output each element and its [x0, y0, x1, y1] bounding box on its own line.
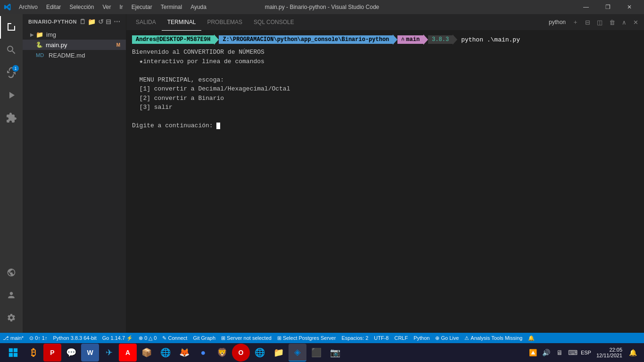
activity-source-control[interactable]: 1 — [0, 61, 23, 84]
prompt-user: Andres@DESKTOP-M587E9H — [132, 35, 214, 44]
activity-remote[interactable] — [0, 261, 23, 284]
status-sync[interactable]: ⊙ 0↑ 1↑ — [26, 333, 50, 343]
terminal-close-icon[interactable]: ✕ — [631, 18, 640, 27]
taskbar-clock[interactable]: 22:05 12/11/2021 — [594, 347, 625, 358]
activity-bar-bottom — [0, 261, 23, 333]
notification-tray-icon[interactable]: 🔔 — [627, 347, 638, 358]
terminal-add-icon[interactable]: ＋ — [570, 17, 580, 27]
tree-item-img[interactable]: ▶ 📁 img — [23, 29, 126, 40]
menu-ayuda[interactable]: Ayuda — [187, 3, 210, 11]
taskbar-telegram[interactable]: ✈ — [100, 344, 118, 362]
terminal-prompt-line: Andres@DESKTOP-M587E9H Z:\PROGRAMACION\p… — [132, 34, 638, 45]
taskbar-discord[interactable]: 💬 — [62, 344, 80, 362]
activity-extensions[interactable] — [0, 107, 23, 129]
analysis-warning-icon: ⚠ — [464, 335, 469, 341]
status-notification[interactable]: 🔔 — [525, 333, 537, 343]
taskbar: ₿ P 💬 W ✈ A 📦 🌐 🦊 ● 🦁 O 🌐 📁 ◈ ⬛ 📷 🔼 🔊 🖥 … — [0, 343, 644, 362]
status-language[interactable]: Python — [411, 333, 432, 343]
python-file-icon: 🐍 — [36, 41, 43, 48]
git-branch-icon: ⑃ — [401, 37, 405, 42]
status-eol[interactable]: CRLF — [391, 333, 411, 343]
tab-salida[interactable]: SALIDA — [130, 14, 162, 31]
terminal-content[interactable]: Andres@DESKTOP-M587E9H Z:\PROGRAMACION\p… — [126, 31, 644, 333]
prompt-branch: ⑃ main — [397, 35, 423, 44]
terminal-expand-icon[interactable]: ∧ — [620, 18, 628, 27]
tree-item-main-py[interactable]: 🐍 main.py M — [23, 40, 126, 50]
tab-sql-console[interactable]: SQL CONSOLE — [248, 14, 300, 31]
status-postgres[interactable]: ⊞ Select Postgres Server — [274, 333, 339, 343]
menu-terminal[interactable]: Terminal — [157, 3, 186, 11]
menu-ver[interactable]: Ver — [99, 3, 115, 11]
refresh-icon[interactable]: ↺ — [98, 18, 104, 25]
taskbar-vscode[interactable]: ◈ — [289, 344, 306, 362]
close-button[interactable]: ✕ — [619, 0, 640, 14]
status-go[interactable]: Go 1.14.7 ⚡ — [99, 333, 136, 343]
status-connect-label: ✎ Connect — [162, 335, 187, 341]
taskbar-app-p[interactable]: P — [43, 344, 61, 362]
status-errors[interactable]: ⊗ 0 △ 0 — [136, 333, 159, 343]
terminal-layout-icon[interactable]: ◫ — [595, 18, 604, 27]
status-spaces[interactable]: Espacios: 2 — [339, 333, 371, 343]
error-icon: ⊗ — [139, 335, 143, 341]
tray-keyboard[interactable]: ⌨ — [567, 347, 578, 358]
tray-language[interactable]: ESP — [580, 347, 592, 358]
prompt-command: python .\main.py — [461, 36, 520, 43]
maximize-button[interactable]: ❐ — [597, 0, 619, 14]
status-python[interactable]: Python 3.8.3 64-bit — [50, 333, 99, 343]
tab-problemas[interactable]: PROBLEMAS — [201, 14, 248, 31]
collapse-icon[interactable]: ⊟ — [106, 18, 112, 25]
terminal-cursor — [216, 123, 220, 129]
tab-terminal[interactable]: TERMINAL — [162, 14, 202, 31]
taskbar-app-pkg[interactable]: 📦 — [138, 344, 156, 362]
status-postgres-label: Select Postgres Server — [283, 335, 336, 341]
terminal-trash-icon[interactable]: 🗑 — [607, 18, 617, 27]
start-button[interactable] — [2, 343, 25, 362]
status-server-label: Server not selected — [227, 335, 272, 341]
menu-ir[interactable]: Ir — [116, 3, 126, 11]
tree-item-img-label: img — [46, 31, 56, 38]
taskbar-brave[interactable]: 🦁 — [213, 344, 231, 362]
activity-settings[interactable] — [0, 306, 23, 329]
status-server[interactable]: ⊞ Server not selected — [218, 333, 274, 343]
clock-date: 12/11/2021 — [596, 353, 622, 358]
terminal-split-icon[interactable]: ⊟ — [583, 18, 592, 27]
status-bar: ⎇ main* ⊙ 0↑ 1↑ Python 3.8.3 64-bit Go 1… — [0, 333, 644, 343]
taskbar-files[interactable]: 📁 — [270, 344, 288, 362]
menu-ejecutar[interactable]: Ejecutar — [128, 3, 156, 11]
taskbar-adobe[interactable]: A — [119, 344, 137, 362]
more-actions-icon[interactable]: ⋯ — [114, 18, 121, 25]
taskbar-word[interactable]: W — [81, 344, 99, 362]
activity-search[interactable] — [0, 39, 23, 61]
status-branch[interactable]: ⎇ main* — [0, 333, 26, 343]
activity-run[interactable] — [0, 84, 23, 107]
status-git-graph[interactable]: Git Graph — [190, 333, 218, 343]
menu-editar[interactable]: Editar — [42, 3, 65, 11]
terminal-output: Bienvenido al CONVERTIDOR de NÚMEROS ★in… — [132, 48, 638, 131]
activity-account[interactable] — [0, 284, 23, 306]
taskbar-opera[interactable]: O — [232, 344, 250, 362]
taskbar-camera[interactable]: 📷 — [326, 344, 344, 362]
status-errors-label: 0 — [144, 335, 147, 341]
tray-volume[interactable]: 🔊 — [541, 347, 552, 358]
new-file-icon[interactable]: 🗒 — [79, 18, 86, 25]
taskbar-bitcoin[interactable]: ₿ — [25, 344, 42, 362]
menu-archivo[interactable]: Archivo — [15, 3, 41, 11]
minimize-button[interactable]: — — [575, 0, 597, 14]
tray-expand[interactable]: 🔼 — [528, 347, 539, 358]
taskbar-firefox[interactable]: 🦊 — [175, 344, 193, 362]
new-folder-icon[interactable]: 📁 — [88, 18, 96, 25]
taskbar-terminal[interactable]: ⬛ — [307, 344, 325, 362]
activity-explorer[interactable] — [0, 16, 23, 39]
taskbar-chrome[interactable]: ● — [194, 344, 212, 362]
status-encoding[interactable]: UTF-8 — [371, 333, 391, 343]
tree-item-readme[interactable]: MD README.md — [23, 50, 126, 60]
taskbar-edge[interactable]: 🌐 — [157, 344, 174, 362]
status-analysis[interactable]: ⚠ Analysis Tools Missing — [462, 333, 525, 343]
taskbar-globe[interactable]: 🌐 — [251, 344, 269, 362]
menu-seleccion[interactable]: Selección — [66, 3, 98, 11]
modified-badge: M — [116, 42, 120, 48]
status-connect[interactable]: ✎ Connect — [159, 333, 190, 343]
sidebar-section-title: BINARIO-PYTHON — [28, 19, 77, 25]
tray-display[interactable]: 🖥 — [554, 347, 565, 358]
status-golive[interactable]: ⊕ Go Live — [432, 333, 462, 343]
